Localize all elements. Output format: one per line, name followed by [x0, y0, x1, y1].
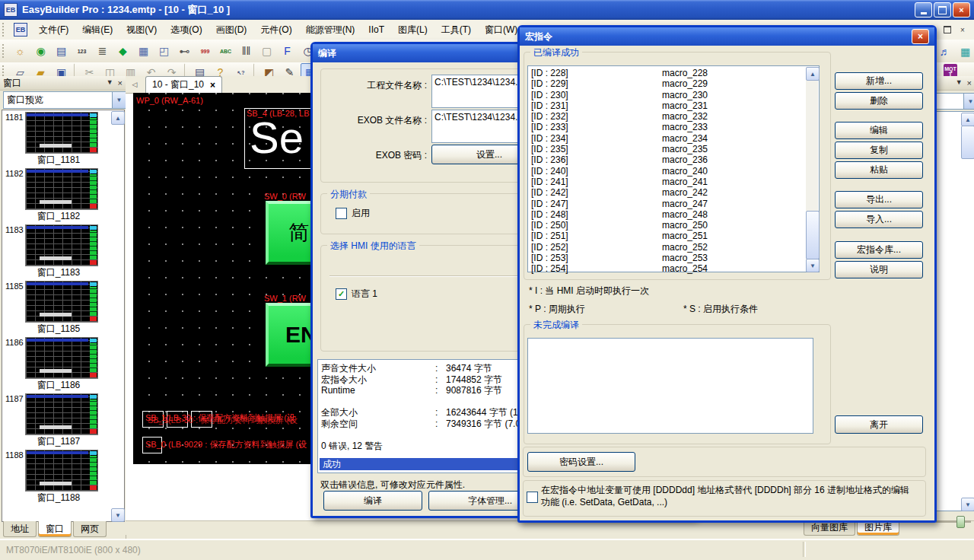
window-preview-item[interactable]: 1185 窗口_1185	[2, 279, 110, 336]
macro-library-button[interactable]: 宏指令库...	[835, 241, 923, 259]
panel-close-icon[interactable]: ×	[118, 78, 123, 88]
enable-checkbox[interactable]	[336, 208, 347, 219]
sidebar-tab[interactable]: 窗口	[38, 521, 72, 537]
numeric-display-icon[interactable]: 999	[196, 42, 215, 60]
traffic-light-icon[interactable]: ◉	[31, 42, 50, 60]
sidebar-tab[interactable]: 地址	[3, 521, 37, 537]
macro-list-row[interactable]: [ID : 236]macro_236	[528, 154, 804, 165]
macro-list-row[interactable]: [ID : 253]macro_253	[528, 253, 804, 263]
frame-icon[interactable]: ▢	[257, 42, 276, 60]
macro-list-row[interactable]: [ID : 230]macro_230	[528, 90, 804, 100]
hmi-window-icon[interactable]: ▤	[52, 42, 71, 60]
document-tab[interactable]: 10 - 窗口_10 ×	[145, 76, 222, 93]
window-thumbnail[interactable]	[25, 450, 98, 492]
help-button[interactable]: 说明	[835, 261, 923, 278]
scroll-up-button[interactable]: ▲	[961, 113, 973, 125]
macro-list-row[interactable]: [ID : 228]macro_228	[528, 68, 804, 78]
window-preview-item[interactable]: 1186 窗口_1186	[2, 336, 110, 392]
media-icon[interactable]: ▦	[956, 43, 974, 61]
panel-menu-icon[interactable]: ▼	[956, 78, 963, 88]
tab-scroll-left-icon[interactable]: ◁	[129, 78, 141, 91]
import-button[interactable]: 导入...	[835, 211, 923, 228]
enable-checkbox-row[interactable]: 启用	[336, 207, 370, 220]
delete-button[interactable]: 删除	[835, 92, 923, 110]
macro-list-row[interactable]: [ID : 254]macro_254	[528, 263, 804, 274]
menu-item[interactable]: 选项(O)	[164, 24, 208, 35]
window-thumbnail[interactable]	[25, 281, 98, 323]
slider-knob[interactable]	[956, 516, 965, 528]
panel-menu-icon[interactable]: ▼	[107, 78, 113, 88]
copy-button[interactable]: 复制	[835, 142, 923, 159]
window-preview-item[interactable]: 1183 窗口_1183	[2, 223, 110, 279]
menu-item[interactable]: 元件(O)	[253, 24, 298, 35]
scroll-up-button[interactable]: ▲	[806, 67, 818, 79]
sound-icon[interactable]: ♬	[935, 43, 954, 61]
macro-dialog-titlebar[interactable]: 宏指令 ×	[520, 27, 934, 46]
export-button[interactable]: 导出...	[835, 191, 923, 208]
window-preview-item[interactable]: 1182 窗口_1182	[2, 167, 110, 223]
language-checkbox-row[interactable]: ✓ 语言 1	[336, 288, 377, 301]
sidebar-tab[interactable]: 网页	[73, 521, 107, 537]
macro-list-row[interactable]: [ID : 232]macro_232	[528, 111, 804, 122]
window-preview-item[interactable]: 1187 窗口_1187	[2, 392, 110, 448]
scroll-thumb[interactable]	[961, 126, 973, 158]
scroll-down-button[interactable]: ▼	[111, 508, 123, 520]
macro-list-row[interactable]: [ID : 252]macro_252	[528, 242, 804, 253]
mdi-close-icon[interactable]: ×	[957, 25, 968, 35]
layers-icon[interactable]: ≣	[93, 42, 112, 60]
function-key-icon[interactable]: F	[278, 42, 297, 60]
macro-list-row[interactable]: [ID : 247]macro_247	[528, 199, 804, 209]
new-button[interactable]: 新增...	[835, 72, 923, 90]
scroll-down-button[interactable]: ▼	[806, 259, 818, 271]
screen-text-icon[interactable]: ◰	[154, 42, 173, 60]
barcode-icon[interactable]: ‖‖	[237, 42, 256, 60]
window-thumbnail[interactable]	[25, 112, 98, 154]
chevron-down-icon[interactable]: ▼	[963, 94, 974, 109]
language-checkbox[interactable]: ✓	[336, 288, 347, 300]
macro-list-row[interactable]: [ID : 231]macro_231	[528, 100, 804, 111]
macro-list-row[interactable]: [ID : 242]macro_242	[528, 187, 804, 198]
exit-button[interactable]: 离开	[835, 415, 923, 434]
minimize-button[interactable]	[915, 2, 932, 18]
window-thumbnail[interactable]	[25, 337, 98, 379]
menu-item[interactable]: 视图(V)	[119, 24, 164, 35]
macro-list-row[interactable]: [ID : 235]macro_235	[528, 144, 804, 154]
password-settings-button[interactable]: 密码设置...	[527, 452, 635, 472]
bulb-icon[interactable]: ☼	[11, 42, 30, 60]
chevron-down-icon[interactable]: ▼	[112, 92, 126, 108]
menu-item[interactable]: 文件(F)	[32, 24, 75, 35]
address-format-checkbox[interactable]	[527, 492, 538, 503]
restore-button[interactable]	[934, 2, 951, 18]
preview-mode-select[interactable]: 窗口预览 ▼	[3, 91, 126, 109]
menu-item[interactable]: 画图(D)	[209, 24, 254, 35]
ascii-display-icon[interactable]: ABC	[216, 42, 235, 60]
zoom-slider[interactable]	[936, 516, 971, 527]
paste-button[interactable]: 粘贴	[835, 161, 923, 179]
macro-list-row[interactable]: [ID : 233]macro_233	[528, 122, 804, 132]
scroll-up-button[interactable]: ▲	[111, 111, 123, 123]
package-icon[interactable]: ◆	[113, 42, 132, 60]
macro-list-row[interactable]: [ID : 248]macro_248	[528, 209, 804, 220]
macro-list-row[interactable]: [ID : 240]macro_240	[528, 166, 804, 177]
compile-button[interactable]: 编译	[323, 491, 422, 511]
panel-close-icon[interactable]: ×	[967, 78, 972, 88]
window-thumbnail[interactable]	[25, 224, 98, 266]
window-thumbnail[interactable]	[25, 168, 98, 210]
mdi-restore-icon[interactable]	[942, 25, 953, 35]
macro-list-row[interactable]: [ID : 251]macro_251	[528, 231, 804, 241]
macro-list-row[interactable]: [ID : 229]macro_229	[528, 78, 804, 89]
tab-close-icon[interactable]: ×	[210, 80, 215, 91]
menu-item[interactable]: 编辑(E)	[75, 24, 119, 35]
dialog-close-button[interactable]: ×	[912, 29, 929, 44]
menu-item[interactable]: 图库(L)	[391, 24, 434, 35]
numeric-window-icon[interactable]: 123	[72, 42, 91, 60]
macro-list[interactable]: [ID : 228]macro_228 [ID : 229]macro_229 …	[527, 65, 820, 272]
window-preview-item[interactable]: 1188 窗口_1188	[2, 448, 110, 504]
scroll-down-button[interactable]: ▼	[961, 498, 973, 510]
menu-item[interactable]: 能源管理(N)	[299, 24, 362, 35]
macro-list-row[interactable]: [ID : 241]macro_241	[528, 177, 804, 187]
window-preview-item[interactable]: 1181 窗口_1181	[2, 110, 110, 167]
pending-list[interactable]	[527, 338, 813, 434]
scroll-thumb[interactable]	[806, 211, 818, 258]
switch-icon[interactable]: ⊷	[175, 42, 194, 60]
